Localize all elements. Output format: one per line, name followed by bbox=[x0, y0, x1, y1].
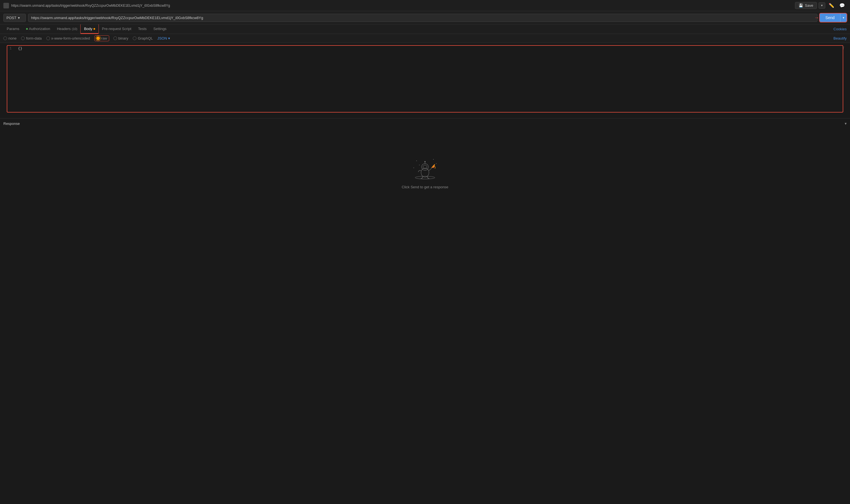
top-bar-actions: 💾 Save ▾ ✏️ 💬 bbox=[795, 2, 847, 9]
response-header: Response ▾ bbox=[0, 118, 850, 128]
option-binary[interactable]: binary bbox=[113, 36, 128, 40]
svg-point-10 bbox=[416, 161, 417, 161]
response-expand-icon[interactable]: ▾ bbox=[845, 121, 847, 126]
top-bar-url-area: https://swarm.unmand.app/tasks/trigger/w… bbox=[3, 3, 170, 8]
method-chevron: ▾ bbox=[18, 16, 20, 20]
arrow-right-icon: → bbox=[814, 15, 819, 21]
line-content-1: {} bbox=[18, 46, 22, 51]
tab-headers-count: (10) bbox=[72, 27, 77, 31]
top-bar-url-text: https://swarm.unmand.app/tasks/trigger/w… bbox=[11, 4, 170, 7]
svg-point-1 bbox=[421, 168, 429, 177]
radio-binary bbox=[113, 36, 117, 40]
body-options-bar: none form-data x-www-form-urlencoded raw… bbox=[0, 34, 850, 43]
send-btn-wrapper: Send ▾ bbox=[820, 14, 847, 22]
option-graphql[interactable]: GraphQL bbox=[133, 36, 153, 40]
svg-point-12 bbox=[419, 165, 420, 165]
response-hint-text: Click Send to get a response bbox=[402, 185, 448, 189]
response-area: Response ▾ bbox=[0, 118, 850, 213]
save-label: Save bbox=[805, 3, 813, 7]
app-icon bbox=[3, 3, 9, 8]
response-empty-body: Click Send to get a response bbox=[0, 128, 850, 213]
json-chevron-icon: ▾ bbox=[168, 36, 170, 40]
option-x-www[interactable]: x-www-form-urlencoded bbox=[46, 36, 90, 40]
tab-authorization[interactable]: Authorization bbox=[23, 24, 54, 34]
svg-point-11 bbox=[433, 159, 434, 160]
svg-line-9 bbox=[428, 178, 429, 179]
option-raw[interactable]: raw bbox=[94, 36, 109, 41]
svg-point-0 bbox=[415, 176, 435, 179]
svg-point-14 bbox=[413, 167, 414, 168]
astronaut-illustration bbox=[408, 152, 442, 180]
authorization-dot bbox=[26, 28, 28, 30]
send-button[interactable]: Send bbox=[820, 14, 840, 22]
radio-form-data bbox=[21, 36, 25, 40]
top-bar: https://swarm.unmand.app/tasks/trigger/w… bbox=[0, 0, 850, 11]
radio-none bbox=[3, 36, 7, 40]
code-editor[interactable]: 1 {} bbox=[7, 45, 843, 112]
label-raw: raw bbox=[101, 36, 107, 40]
body-dot bbox=[93, 28, 95, 30]
method-label: POST bbox=[6, 16, 16, 20]
tab-settings-label: Settings bbox=[153, 26, 166, 31]
radio-graphql bbox=[133, 36, 137, 40]
label-x-www: x-www-form-urlencoded bbox=[51, 36, 90, 40]
save-icon: 💾 bbox=[799, 3, 803, 7]
tab-authorization-label: Authorization bbox=[29, 26, 50, 31]
svg-line-7 bbox=[427, 177, 428, 178]
editor-toolbar-icon: T bbox=[843, 46, 844, 50]
tab-headers[interactable]: Headers (10) bbox=[54, 24, 81, 34]
label-form-data: form-data bbox=[26, 36, 42, 40]
tabs-bar: Params Authorization Headers (10) Body P… bbox=[0, 24, 850, 34]
url-bar: POST ▾ → Send ▾ bbox=[0, 11, 850, 24]
tab-tests[interactable]: Tests bbox=[135, 24, 150, 34]
save-dropdown-button[interactable]: ▾ bbox=[818, 2, 825, 9]
response-title: Response bbox=[3, 122, 20, 126]
radio-x-www bbox=[46, 36, 50, 40]
edit-button[interactable]: ✏️ bbox=[827, 2, 836, 9]
tab-headers-label: Headers bbox=[57, 26, 71, 31]
label-binary: binary bbox=[119, 36, 128, 40]
tab-params-label: Params bbox=[7, 26, 19, 31]
label-graphql: GraphQL bbox=[138, 36, 153, 40]
comment-button[interactable]: 💬 bbox=[838, 2, 847, 9]
code-line-1: 1 {} bbox=[7, 46, 843, 51]
svg-point-13 bbox=[436, 163, 437, 164]
tab-tests-label: Tests bbox=[138, 26, 146, 31]
svg-point-2 bbox=[422, 164, 428, 170]
tab-params[interactable]: Params bbox=[3, 24, 23, 34]
send-dropdown-button[interactable]: ▾ bbox=[840, 14, 847, 22]
json-format-select[interactable]: JSON ▾ bbox=[157, 36, 170, 40]
beautify-button[interactable]: Beautify bbox=[833, 36, 847, 40]
tab-body-label: Body bbox=[84, 26, 92, 31]
url-input[interactable] bbox=[28, 14, 817, 22]
tab-body[interactable]: Body bbox=[81, 24, 99, 34]
option-form-data[interactable]: form-data bbox=[21, 36, 42, 40]
save-button[interactable]: 💾 Save bbox=[795, 2, 817, 9]
svg-line-8 bbox=[421, 178, 422, 179]
tab-settings[interactable]: Settings bbox=[150, 24, 170, 34]
radio-raw bbox=[96, 36, 100, 40]
svg-point-5 bbox=[424, 161, 426, 162]
cookies-link[interactable]: Cookies bbox=[833, 27, 847, 31]
label-none: none bbox=[8, 36, 17, 40]
line-number-1: 1 bbox=[10, 46, 18, 51]
tab-pre-request[interactable]: Pre-request Script bbox=[99, 24, 135, 34]
option-none[interactable]: none bbox=[3, 36, 17, 40]
json-format-label: JSON bbox=[157, 36, 167, 40]
svg-point-3 bbox=[423, 165, 427, 169]
method-select[interactable]: POST ▾ bbox=[3, 14, 26, 22]
tab-pre-request-label: Pre-request Script bbox=[102, 26, 131, 31]
svg-line-6 bbox=[422, 177, 423, 178]
